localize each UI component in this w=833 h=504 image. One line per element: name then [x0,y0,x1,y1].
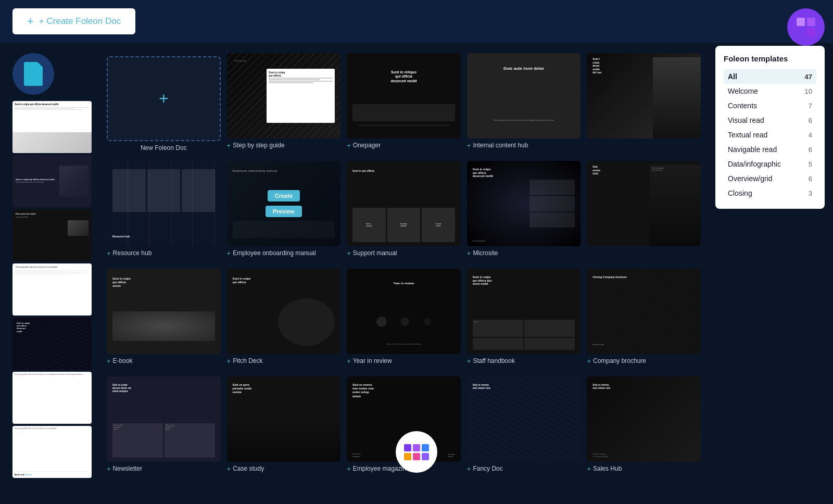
doc-file-icon [24,62,43,86]
doc-icon-container [12,53,54,95]
card-create-btn-newsletter[interactable]: Create [147,406,180,417]
template-filter-visual-read[interactable]: Visual read6 [724,113,816,128]
template-card-company[interactable]: Closing Company brochure brochure conten… [587,269,701,370]
card-label-onboarding: + Employee onboarding manual [227,249,341,257]
logo-circle[interactable] [787,8,825,46]
doc-preview-6[interactable]: Sed ut perspiciatis unde omnis iste natu… [12,372,92,424]
card-preview-btn-onepager[interactable]: Preview [386,98,422,109]
card-preview-btn-staff[interactable]: Preview [506,313,542,325]
template-card-resource-hub[interactable]: Resource hub Create Preview + Resource h… [107,161,221,262]
template-card-internal-hub[interactable]: Duis aute irure dolor Sed ut perspiciati… [467,53,581,155]
doc-preview-5[interactable]: Sunt in culpaqui officiadeseruntmollit [12,318,92,370]
card-create-btn-fancy[interactable]: Create [508,406,540,417]
card-preview-btn-internal[interactable]: Preview [506,98,542,109]
card-create-btn-onboarding[interactable]: Create [268,190,300,201]
doc-preview-7[interactable]: Sed ut perspiciatis unde omnis iste natu… [12,426,92,478]
card-create-btn-step-guide[interactable]: Create [268,82,300,94]
card-preview-btn-microsite[interactable]: Preview [506,206,542,217]
plus-icon: + [27,15,34,28]
create-foleon-doc-button[interactable]: + + Create Foleon Doc [12,8,135,34]
template-card-newsletter[interactable]: Sed ut undeipsum dolor sitamet tempor Su… [107,376,221,478]
foleon-bottom-logo[interactable] [396,431,437,473]
card-preview-btn-onboarding[interactable]: Preview [266,206,302,217]
template-card-onboarding[interactable]: Employee onboarding manual Create Previe… [227,161,341,262]
doc-preview-list: Sunt in culpa qui officia deserunt molli… [12,101,98,478]
fg-icon-5 [413,453,420,460]
template-card-case-study[interactable]: Sed ut perspiciatis undeomnis Create Pre… [227,376,341,478]
create-btn-label: + Create Foleon Doc [39,16,121,27]
card-preview-btn-year[interactable]: Preview [386,313,422,325]
card-label-year-review: + Year in review [347,357,461,365]
card-preview-btn-sales[interactable]: Preview [626,421,662,433]
doc-preview-3[interactable]: Duis aute irure dolor Sed ut perspiciati… [12,209,92,261]
template-filter-all[interactable]: All47 [724,69,816,84]
card-create-btn-support[interactable]: Create [387,190,420,201]
card-preview-btn-face[interactable]: Preview [626,98,662,109]
card-preview-btn-pitch[interactable]: Preview [266,313,302,325]
template-items-list: All47Welcome10Contents7Visual read6Textu… [724,69,816,200]
card-label-microsite: + Microsite [467,249,581,257]
card-create-btn-case[interactable]: Create [268,406,300,417]
card-label-internal-hub: + Internal content hub [467,142,581,149]
template-card-staff[interactable]: Sunt in culpaqui officia deserunt mollit… [467,269,581,370]
card-create-btn-resource[interactable]: Create [147,190,180,201]
card-create-btn-microsite[interactable]: Create [508,190,540,201]
template-filter-welcome[interactable]: Welcome10 [724,84,816,98]
card-preview-btn-fancy[interactable]: Preview [506,421,542,433]
template-card-sales-hub[interactable]: Sed ut omnisiste totam rem Scriptam vel … [587,376,701,478]
template-filter-closing[interactable]: Closing3 [724,186,816,200]
card-preview-btn-support[interactable]: Preview [386,206,422,217]
template-filter-data-infographic[interactable]: Data/infographic5 [724,157,816,171]
new-foleon-doc-card[interactable]: + New Foleon Doc [107,53,221,155]
template-card-onepager[interactable]: Sunt in reliquoqui officiadeserunt molli… [347,53,461,155]
logo-icon [797,18,815,36]
card-create-btn-onepager[interactable]: Create [387,82,420,94]
card-label-support: + Support manual [347,249,461,257]
doc-preview-4[interactable]: Sed ut perspiciatis unde omnis iste natu… [12,263,92,316]
card-create-btn-company[interactable]: Create [628,298,660,309]
doc-preview-2[interactable]: Sunt in culpa qui officia deserunt molli… [12,155,92,207]
template-card-ebook[interactable]: Sunt in culpaqui officiaomnis Create Pre… [107,269,221,370]
card-label-resource-hub: + Resource hub [107,249,221,257]
card-label-company: + Company brochure [587,357,701,365]
template-filter-contents[interactable]: Contents7 [724,98,816,113]
template-card-pitch[interactable]: Sunt in culpaqui officia Create Preview … [227,269,341,370]
template-card-partial[interactable]: Sedomnistotal Sed ut perspiciatisunde om… [587,161,701,262]
card-label-onepager: + Onepager [347,142,461,149]
card-create-btn-internal[interactable]: Create [508,82,540,94]
new-doc-plus-icon: + [159,89,169,108]
card-create-btn-year[interactable]: Create [387,298,420,309]
template-panel: Foleon templates All47Welcome10Contents7… [715,46,825,209]
template-filter-textual-read[interactable]: Textual read4 [724,128,816,142]
card-label-step-guide: + Step by step guide [227,142,341,149]
card-create-btn-ebook[interactable]: Create [147,298,180,309]
doc-preview-1[interactable]: Sunt in culpa qui officia deserunt molli… [12,101,92,153]
template-card-step-guide[interactable]: Step by step Sunt in culpaqui officia Cr… [227,53,341,155]
card-label-staff: + Staff handbook [467,357,581,365]
card-create-btn-staff[interactable]: Create [508,298,540,309]
card-label-ebook: + E-book [107,357,221,365]
template-card-support[interactable]: Sunt in qui officia Sunt inculpa qui Exc… [347,161,461,262]
fg-icon-6 [422,453,429,460]
card-preview-btn-case[interactable]: Preview [266,421,302,433]
card-preview-btn-step-guide[interactable]: Preview [266,98,302,109]
template-card-year-review[interactable]: Year in review Sed ut ad minim veniam, q… [347,269,461,370]
card-preview-btn-partial[interactable]: Preview [626,206,662,217]
top-bar: + + Create Foleon Doc [0,0,833,43]
template-filter-overview-grid[interactable]: Overview/grid6 [724,171,816,186]
card-create-btn-sales[interactable]: Create [628,406,660,417]
template-card-fancy-doc[interactable]: Sed ut omnisiste totam rem Create Previe… [467,376,581,478]
card-create-btn-partial[interactable]: Create [628,190,660,201]
card-create-btn-face[interactable]: Create [628,82,660,94]
card-create-btn-pitch[interactable]: Create [268,298,300,309]
main-content: Sunt in culpa qui officia deserunt molli… [0,43,833,488]
card-preview-btn-company[interactable]: Preview [626,313,662,325]
template-filter-navigable-read[interactable]: Navigable read6 [724,142,816,157]
card-preview-btn-newsletter[interactable]: Preview [146,421,182,433]
template-card-face[interactable]: Sunt iculpadesermollitdel ven Create Pre… [587,53,701,155]
card-create-btn-employee-mag[interactable]: Create [387,406,420,417]
card-preview-btn-ebook[interactable]: Preview [146,313,182,325]
card-preview-btn-resource[interactable]: Preview [146,206,182,217]
fg-icon-3 [422,444,429,451]
template-card-microsite[interactable]: Sunt in culpaqui officiadeserunt mollit … [467,161,581,262]
